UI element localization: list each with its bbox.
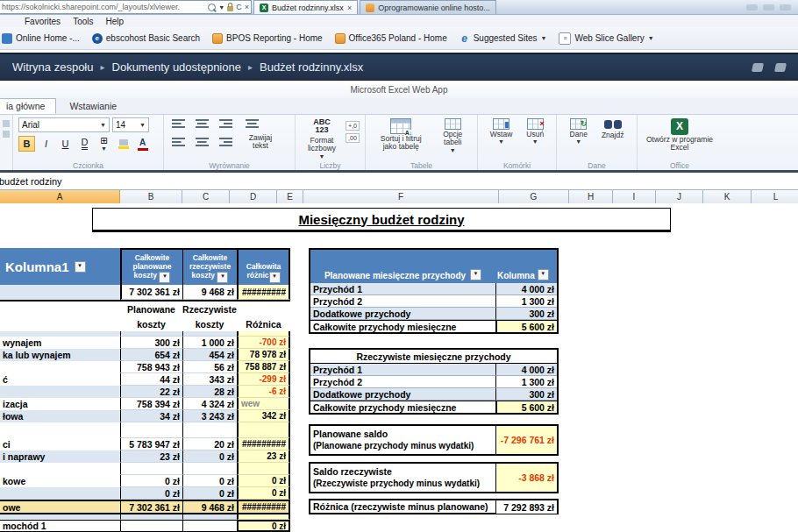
filter-dropdown-icon[interactable]: ▼ (75, 261, 86, 273)
cell-planned[interactable]: 7 302 361 zł (120, 500, 182, 514)
cell-actual[interactable]: 28 zł (182, 386, 237, 398)
income-label[interactable]: Dodatkowe przychody (310, 308, 495, 320)
favorite-link-online-home[interactable]: Online Home -... (2, 33, 80, 44)
browser-tab-budget[interactable]: X Budżet rodzinny.xlsx × (253, 0, 358, 14)
row-label[interactable] (0, 386, 120, 398)
font-name-select[interactable]: Arial▼ (18, 117, 110, 132)
url-dropdown-icon[interactable]: ▼ (218, 4, 224, 11)
share-icon[interactable] (774, 63, 787, 72)
merge-center-icon[interactable] (246, 119, 259, 128)
cell-planned[interactable]: 758 943 zł (120, 361, 182, 373)
income-total-label[interactable]: Całkowite przychody miesięczne (310, 320, 495, 332)
row-label[interactable]: owe (0, 500, 120, 514)
filter-dropdown-icon[interactable]: ▼ (269, 272, 281, 283)
stop-button[interactable]: × (245, 3, 249, 11)
income-value[interactable]: 300 zł (495, 308, 557, 320)
window-controls[interactable] (746, 0, 798, 14)
actual-balance-value[interactable]: -3 868 zł (495, 464, 557, 492)
row-label[interactable]: kowe (0, 475, 120, 487)
browser-tab-software[interactable]: Oprogramowanie online hosto... (360, 0, 496, 14)
favorite-link-office365[interactable]: Office365 Poland - Home (335, 33, 447, 44)
cell-actual[interactable]: 0 zł (182, 475, 237, 487)
income-value[interactable]: 300 zł (495, 388, 557, 401)
actual-income-header[interactable]: Rzeczywiste miesięczne przychody (310, 350, 557, 364)
row-label[interactable] (0, 463, 120, 475)
cell-planned[interactable]: 23 zł (120, 450, 182, 463)
filter-dropdown-icon[interactable]: ▼ (217, 272, 228, 283)
income-label[interactable]: Dodatkowe przychody (310, 388, 495, 401)
column-header-B[interactable]: B (120, 190, 182, 203)
cell-planned[interactable]: 300 zł (120, 337, 182, 349)
close-tab-icon[interactable]: × (347, 4, 352, 12)
column-header-I[interactable]: I (613, 190, 656, 203)
planned-costs-header[interactable]: Całkowite planowane koszty ▼ (120, 248, 182, 285)
column-header-K[interactable]: K (703, 190, 752, 203)
income-value[interactable]: 4 000 zł (495, 283, 557, 295)
cell-planned[interactable] (120, 422, 182, 438)
row-label[interactable]: izacja (0, 398, 120, 410)
url-bar[interactable]: https://sokolnicki.sharepoint.com/_layou… (0, 0, 252, 14)
align-right-icon[interactable] (219, 138, 232, 146)
cell-actual[interactable]: 1 000 zł (182, 337, 237, 349)
cell-actual[interactable]: 0 zł (182, 487, 237, 500)
favorite-link-suggested-sites[interactable]: e Suggested Sites ▼ (460, 33, 547, 44)
cell-actual[interactable]: 3 243 zł (182, 410, 237, 422)
fill-color-button[interactable] (115, 136, 132, 152)
sort-filter-table-button[interactable]: A↓ Sortuj i filtruj jako tabelę (371, 117, 431, 153)
cell-planned[interactable] (120, 520, 182, 532)
decrease-decimal-button[interactable]: ,00 (346, 133, 360, 143)
cell-planned[interactable]: 654 zł (120, 349, 182, 361)
difference-value[interactable]: 7 292 893 zł (495, 500, 557, 514)
income-value[interactable]: 1 300 zł (495, 376, 557, 388)
income-value[interactable]: 4 000 zł (495, 364, 557, 376)
increase-decimal-button[interactable]: +,0 (346, 121, 360, 131)
open-in-excel-button[interactable]: X Otwórz w programie Excel (643, 117, 716, 153)
income-label[interactable]: Przychód 2 (310, 295, 495, 308)
row-label[interactable] (0, 361, 120, 373)
subheader-actual-2[interactable]: koszty (182, 316, 237, 331)
column-header-H[interactable]: H (569, 190, 613, 203)
cell-planned[interactable]: 22 zł (120, 386, 182, 398)
column-header-D[interactable]: D (230, 190, 277, 203)
row-label[interactable]: ci (0, 438, 120, 450)
cell-planned[interactable]: 5 783 947 zł (120, 438, 182, 450)
planned-income-title[interactable]: Planowane miesięczne przychody ▼ (310, 250, 495, 283)
cell-diff[interactable] (237, 422, 290, 438)
cell-planned[interactable]: 34 zł (120, 410, 182, 422)
column-header-L[interactable]: L (752, 190, 798, 203)
income-label[interactable]: Przychód 1 (310, 283, 495, 295)
column-header-E[interactable]: E (277, 190, 303, 203)
subheader-actual[interactable]: Rzeczywiste (182, 301, 237, 316)
breadcrumb-site[interactable]: Witryna zespołu (12, 60, 93, 74)
difference-header[interactable]: Całkowita różnic▼ (237, 248, 290, 285)
refresh-data-button[interactable]: ↻ Dane▼ (567, 117, 590, 146)
cell-actual[interactable] (182, 520, 237, 532)
favorite-link-ebscohost[interactable]: e ebscohost Basic Search (92, 33, 200, 44)
cell-actual[interactable]: 454 zł (182, 349, 237, 361)
subheader-diff[interactable]: Różnica (237, 316, 290, 331)
column-header-J[interactable]: J (656, 190, 703, 203)
bold-button[interactable]: B (18, 136, 35, 152)
column-header-C[interactable]: C (182, 190, 230, 203)
cell[interactable] (0, 285, 120, 300)
cell-diff[interactable]: 342 zł (237, 410, 290, 422)
align-middle-icon[interactable] (196, 119, 209, 128)
filter-dropdown-icon[interactable]: ▼ (159, 272, 170, 283)
find-button[interactable]: Znajdź (599, 117, 627, 140)
double-underline-button[interactable]: D (76, 136, 93, 152)
underline-button[interactable]: U (57, 136, 74, 152)
minimize-icon[interactable] (746, 4, 758, 11)
row-label[interactable]: mochód 1 (0, 520, 120, 532)
cell-planned[interactable] (120, 463, 182, 475)
cell-planned[interactable]: 44 zł (120, 373, 182, 386)
cell-diff[interactable]: wew (237, 398, 290, 410)
spreadsheet-grid[interactable]: Miesięczny budżet rodziny Kolumna1 ▼ Cał… (0, 203, 798, 532)
column-header-A[interactable]: A (0, 190, 120, 203)
income-label[interactable]: Przychód 2 (310, 376, 495, 388)
filter-dropdown-icon[interactable]: ▼ (470, 269, 481, 280)
income-label[interactable]: Przychód 1 (310, 364, 495, 376)
cell-actual[interactable]: 4 324 zł (182, 398, 237, 410)
italic-button[interactable]: I (38, 136, 54, 152)
planned-balance-value[interactable]: -7 296 761 zł (495, 426, 557, 454)
income-total-label[interactable]: Całkowite przychody miesięczne (310, 401, 495, 413)
